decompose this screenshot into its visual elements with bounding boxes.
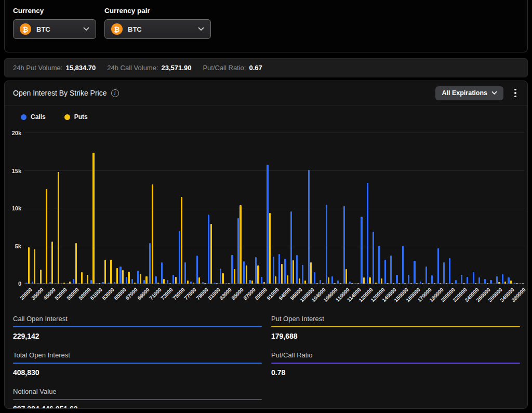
bar-puts-70000[interactable] — [152, 184, 153, 284]
bar-calls-112000[interactable] — [349, 282, 351, 284]
bar-calls-200000[interactable] — [449, 258, 450, 284]
bar-calls-98000[interactable] — [302, 265, 303, 284]
bar-calls-88000[interactable] — [255, 257, 257, 284]
bar-calls-35000[interactable] — [37, 283, 39, 284]
bar-calls-54000[interactable] — [67, 283, 69, 284]
bar-calls-91000[interactable] — [273, 257, 274, 284]
bar-calls-58000[interactable] — [85, 283, 86, 284]
bar-puts-114000[interactable] — [357, 283, 359, 284]
bar-calls-67000[interactable] — [131, 279, 133, 284]
bar-calls-190000[interactable] — [443, 262, 445, 284]
bar-puts-115000[interactable] — [363, 277, 365, 284]
bar-calls-60000[interactable] — [90, 280, 92, 284]
bar-puts-35000[interactable] — [40, 270, 42, 284]
bar-puts-200000[interactable] — [451, 283, 453, 284]
bar-puts-100000[interactable] — [310, 262, 312, 284]
bar-puts-360000[interactable] — [516, 283, 517, 284]
bar-puts-75000[interactable] — [181, 197, 182, 284]
bar-puts-84000[interactable] — [234, 269, 235, 284]
bar-calls-125000[interactable] — [373, 232, 374, 284]
bar-puts-102000[interactable] — [316, 283, 318, 284]
bar-calls-120000[interactable] — [367, 183, 368, 284]
currency-pair-select[interactable]: ₿ BTC — [104, 19, 211, 39]
bar-calls-150000[interactable] — [402, 246, 404, 284]
bar-puts-125000[interactable] — [375, 283, 377, 284]
bar-puts-45000[interactable] — [51, 242, 53, 284]
bar-calls-300000[interactable] — [496, 276, 498, 284]
currency-select[interactable]: ₿ BTC — [13, 19, 96, 39]
bar-calls-90000[interactable] — [267, 165, 268, 284]
bar-puts-165000[interactable] — [422, 283, 423, 284]
bar-calls-95000[interactable] — [290, 211, 292, 284]
bar-puts-95000[interactable] — [292, 260, 294, 284]
bar-puts-260000[interactable] — [487, 283, 488, 284]
bar-calls-77000[interactable] — [190, 282, 192, 284]
bar-puts-72000[interactable] — [163, 279, 165, 284]
bar-puts-87000[interactable] — [251, 281, 253, 284]
bar-calls-75000[interactable] — [179, 231, 180, 284]
bar-puts-340000[interactable] — [510, 281, 512, 284]
bar-puts-78000[interactable] — [198, 277, 200, 284]
bar-calls-135000[interactable] — [384, 260, 386, 284]
bar-puts-83000[interactable] — [228, 283, 230, 284]
bar-puts-180000[interactable] — [440, 283, 441, 284]
bar-calls-94000[interactable] — [284, 259, 286, 284]
bar-calls-63000[interactable] — [108, 283, 110, 284]
plot-area[interactable] — [24, 133, 524, 284]
bar-calls-71000[interactable] — [155, 276, 156, 284]
bar-puts-170000[interactable] — [428, 283, 430, 284]
bar-puts-135000[interactable] — [387, 283, 388, 284]
bar-calls-114000[interactable] — [355, 283, 356, 284]
bar-calls-72000[interactable] — [161, 262, 163, 284]
bar-puts-50000[interactable] — [58, 172, 59, 284]
bar-calls-380000[interactable] — [520, 283, 521, 284]
bar-calls-80000[interactable] — [208, 215, 209, 284]
bar-puts-190000[interactable] — [446, 283, 447, 284]
bar-calls-160000[interactable] — [414, 261, 415, 284]
bar-puts-79000[interactable] — [204, 283, 206, 284]
bar-calls-85000[interactable] — [237, 218, 239, 284]
bar-calls-83000[interactable] — [225, 283, 227, 284]
bar-puts-86000[interactable] — [246, 265, 247, 284]
bar-puts-20000[interactable] — [28, 247, 30, 284]
bar-puts-55000[interactable] — [75, 243, 77, 284]
bar-puts-68000[interactable] — [140, 274, 141, 284]
bar-puts-140000[interactable] — [393, 283, 394, 284]
bar-calls-45000[interactable] — [49, 282, 51, 284]
bar-puts-63000[interactable] — [110, 260, 112, 284]
bar-calls-70000[interactable] — [149, 243, 151, 284]
bar-calls-92000[interactable] — [278, 254, 280, 284]
bar-puts-82000[interactable] — [222, 273, 223, 284]
bar-puts-94000[interactable] — [287, 275, 288, 284]
bar-calls-78000[interactable] — [196, 256, 198, 284]
bar-calls-106000[interactable] — [331, 276, 333, 284]
bar-puts-30000[interactable] — [34, 249, 35, 284]
bar-calls-20000[interactable] — [25, 283, 27, 284]
bar-calls-79000[interactable] — [202, 282, 204, 284]
bar-calls-110000[interactable] — [343, 206, 345, 284]
legend-item-puts[interactable]: Puts — [64, 113, 88, 121]
bar-puts-81000[interactable] — [216, 283, 218, 284]
bar-calls-360000[interactable] — [514, 283, 515, 284]
bar-calls-56000[interactable] — [78, 283, 80, 284]
bar-calls-280000[interactable] — [490, 280, 491, 284]
bar-calls-102000[interactable] — [314, 272, 315, 284]
bar-puts-106000[interactable] — [334, 283, 335, 284]
bar-puts-112000[interactable] — [351, 283, 353, 284]
bar-calls-210000[interactable] — [455, 280, 457, 284]
bar-puts-85000[interactable] — [240, 205, 241, 284]
bar-puts-145000[interactable] — [398, 283, 400, 284]
bar-calls-145000[interactable] — [396, 275, 397, 284]
bar-calls-74000[interactable] — [172, 275, 174, 284]
bar-calls-65000[interactable] — [119, 267, 121, 284]
bar-calls-105000[interactable] — [326, 205, 327, 284]
bar-puts-71000[interactable] — [157, 283, 159, 284]
bar-calls-260000[interactable] — [484, 279, 486, 284]
bar-calls-130000[interactable] — [378, 246, 380, 284]
bar-puts-61000[interactable] — [99, 283, 100, 284]
bar-calls-320000[interactable] — [502, 274, 503, 284]
bar-calls-64000[interactable] — [114, 282, 115, 284]
bar-calls-86000[interactable] — [243, 261, 245, 284]
bar-puts-90000[interactable] — [269, 213, 271, 284]
bar-calls-61000[interactable] — [96, 283, 98, 284]
